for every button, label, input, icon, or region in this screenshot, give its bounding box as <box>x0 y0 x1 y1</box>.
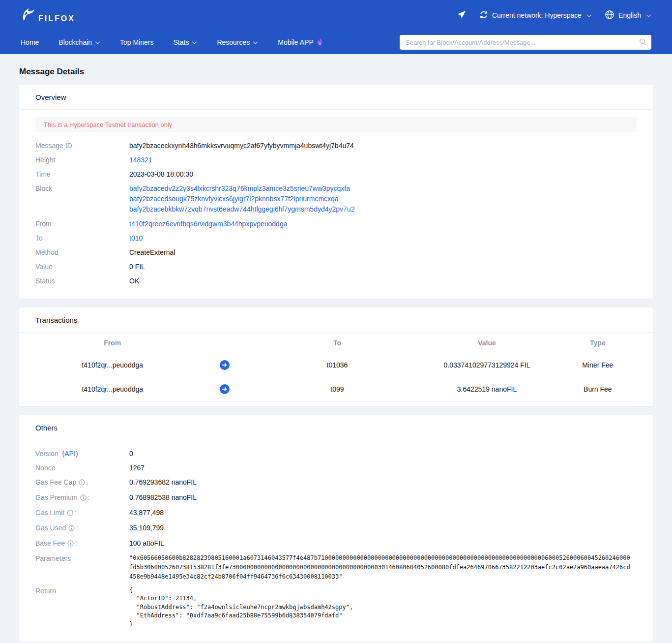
transactions-table: From To Value Type t410f2qr...peuoddga t… <box>35 333 637 401</box>
globe-icon <box>605 10 614 21</box>
to-address-link[interactable]: t010 <box>129 234 143 242</box>
nav-item-mobile-app[interactable]: Mobile APP <box>278 38 322 47</box>
field-version: Version (API) 0 <box>35 446 637 460</box>
block-cid-link[interactable]: bafy2bzacedsougk75zknvfyvicxs6jyigr7l2pk… <box>129 194 354 204</box>
chevron-down-icon <box>95 38 100 46</box>
transactions-section-title: Transactions <box>19 307 653 333</box>
overview-card: Overview This is a Hyperspace Testnet tr… <box>19 85 653 299</box>
field-gas-limit: Gas Limit: 43,877,498 <box>35 505 637 521</box>
info-icon[interactable] <box>67 509 73 519</box>
api-link[interactable]: (API) <box>62 450 78 458</box>
chevron-down-icon <box>192 38 197 46</box>
others-card: Others Version (API) 0 Nonce 1267 Gas Fe… <box>19 415 653 642</box>
height-link[interactable]: 148321 <box>129 156 152 164</box>
refresh-icon <box>479 10 488 21</box>
table-row: t410f2qr...peuoddga t099 3.6422519 nanoF… <box>35 377 637 401</box>
field-nonce: Nonce 1267 <box>35 460 637 475</box>
field-block: Block bafy2bzacedv2z2y3s4lxkcrshr323q76k… <box>35 181 637 216</box>
field-return: Return { "ActorID": 21134, "RobustAddres… <box>35 583 637 631</box>
tx-to: t099 <box>260 385 415 393</box>
search-bar <box>400 35 651 50</box>
parameters-hex: "0x60566050600b82828239805160001a6073146… <box>129 553 633 582</box>
info-icon[interactable] <box>67 539 74 549</box>
overview-section-title: Overview <box>19 85 653 110</box>
testnet-notice: This is a Hyperspace Testnet transaction… <box>35 117 637 132</box>
field-message-id: Message ID bafy2bzaceckxynh43h6mkksvrvuq… <box>35 138 637 153</box>
return-json: { "ActorID": 21134, "RobustAddress": "f2… <box>129 586 353 629</box>
field-time: Time 2023-03-08 18:00:30 <box>35 167 637 181</box>
paper-plane-icon[interactable] <box>457 10 467 21</box>
col-header-type: Type <box>559 339 637 347</box>
tx-type: Burn Fee <box>559 385 637 393</box>
nav-item-top-miners[interactable]: Top Miners <box>120 38 153 46</box>
network-label: Current network: Hyperspace <box>492 11 582 19</box>
tx-value: 3.6422519 nanoFIL <box>415 385 558 393</box>
search-input[interactable] <box>406 39 639 46</box>
field-gas-premium: Gas Premium: 0.768982538 nanoFIL <box>35 490 637 505</box>
field-status: Status OK <box>35 274 637 288</box>
filfox-fox-icon <box>21 7 35 24</box>
tx-value: 0.033741029773129924 FIL <box>415 361 558 369</box>
transactions-table-header: From To Value Type <box>35 333 637 353</box>
info-icon[interactable] <box>68 524 75 534</box>
page-title: Message Details <box>19 67 653 77</box>
arrow-right-circle-icon <box>190 360 260 370</box>
field-gas-used: Gas Used: 35,109,799 <box>35 521 637 536</box>
nav-item-home[interactable]: Home <box>21 38 39 46</box>
others-section-title: Others <box>19 415 653 440</box>
field-to: To t010 <box>35 231 637 245</box>
tx-to: t01036 <box>260 361 415 369</box>
chevron-down-icon <box>586 11 592 19</box>
network-selector[interactable]: Current network: Hyperspace <box>479 10 592 21</box>
field-gas-fee-cap: Gas Fee Cap: 0.769293682 nanoFIL <box>35 475 637 490</box>
language-label: English <box>618 11 641 19</box>
nav-item-stats[interactable]: Stats <box>174 38 198 46</box>
table-row: t410f2qr...peuoddga t01036 0.03374102977… <box>35 353 637 377</box>
field-method: Method CreateExternal <box>35 245 637 259</box>
field-base-fee: Base Fee: 100 attoFIL <box>35 536 637 551</box>
nav-item-resources[interactable]: Resources <box>217 38 258 46</box>
tx-from: t410f2qr...peuoddga <box>35 361 190 369</box>
filfox-logo[interactable]: FILFOX <box>21 7 75 24</box>
col-header-value: Value <box>415 339 558 347</box>
arrow-right-circle-icon <box>190 384 260 394</box>
header: FILFOX Current network: Hyperspace <box>0 0 672 54</box>
tx-from: t410f2qr...peuoddga <box>35 385 190 393</box>
field-height: Height 148321 <box>35 153 637 167</box>
info-icon[interactable] <box>79 478 85 488</box>
brand-name: FILFOX <box>38 14 75 24</box>
info-icon[interactable] <box>80 493 87 503</box>
field-value: Value 0 FIL <box>35 259 637 274</box>
col-header-from: From <box>35 339 190 347</box>
transactions-card: Transactions From To Value Type t410f2qr… <box>19 307 653 406</box>
block-cid-link[interactable]: bafy2bzacebkbkw7zvqb7nvst6eadw744htlggeg… <box>129 204 354 214</box>
from-address-link[interactable]: t410f2qreez6evnfbqs6rvidgwm3b44hpxpvpeuo… <box>129 220 287 228</box>
language-selector[interactable]: English <box>605 10 651 21</box>
search-icon[interactable] <box>639 38 646 47</box>
field-parameters: Parameters "0x60566050600b82828239805160… <box>35 551 637 583</box>
field-from: From t410f2qreez6evnfbqs6rvidgwm3b44hpxp… <box>35 216 637 231</box>
block-cid-link[interactable]: bafy2bzacedv2z2y3s4lxkcrshr323q76kmplz3a… <box>129 184 354 194</box>
nav-item-blockchain[interactable]: Blockchain <box>58 38 100 46</box>
flame-icon <box>317 38 323 47</box>
col-header-to: To <box>260 339 415 347</box>
chevron-down-icon <box>253 38 258 46</box>
chevron-down-icon <box>646 11 651 19</box>
main-nav: Home Blockchain Top Miners Stats Resourc… <box>21 38 323 47</box>
tx-type: Miner Fee <box>559 361 637 369</box>
